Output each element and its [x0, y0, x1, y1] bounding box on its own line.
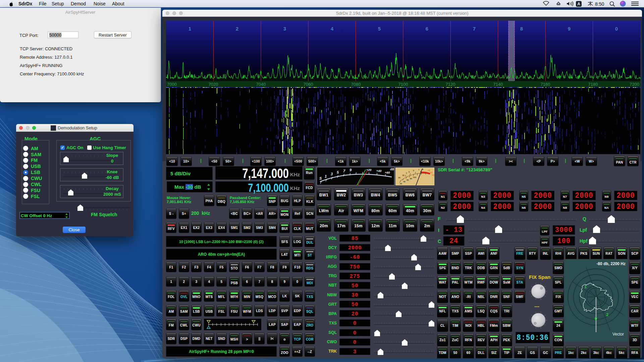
- svg-text:40: 40: [403, 181, 406, 183]
- svg-text:7020: 7020: [209, 82, 218, 87]
- svg-text:0: 0: [615, 26, 618, 32]
- svg-text:80: 80: [410, 178, 412, 180]
- svg-text:20: 20: [398, 177, 400, 179]
- svg-text:2: 2: [236, 26, 238, 32]
- svg-text:7100: 7100: [398, 82, 408, 87]
- svg-text:-80 db, 2200 Hz: -80 db, 2200 Hz: [596, 261, 626, 266]
- svg-text:A: A: [577, 2, 580, 6]
- svg-text:9: 9: [568, 26, 571, 32]
- svg-text:S: S: [319, 176, 322, 180]
- svg-text:3: 3: [331, 172, 333, 176]
- svg-text:0: 0: [595, 316, 597, 321]
- svg-text:8: 8: [520, 26, 523, 32]
- svg-text:7000: 7000: [167, 82, 177, 87]
- svg-text:3: 3: [283, 26, 286, 32]
- svg-text:100: 100: [413, 176, 417, 178]
- svg-text:7120: 7120: [446, 82, 455, 87]
- svg-text:+2: +2: [430, 171, 433, 174]
- svg-text:7040: 7040: [256, 82, 266, 87]
- svg-text:7200: 7200: [630, 82, 639, 87]
- svg-text:4: 4: [331, 26, 334, 32]
- svg-text:+40: +40: [376, 169, 381, 173]
- svg-text:20: 20: [400, 183, 402, 185]
- svg-text:7: 7: [343, 169, 345, 173]
- svg-text:5: 5: [337, 170, 339, 174]
- svg-text:7140: 7140: [493, 82, 503, 87]
- svg-text:+3: +3: [432, 174, 434, 176]
- svg-text:Vector: Vector: [612, 332, 624, 337]
- svg-text:7180: 7180: [588, 82, 598, 87]
- svg-text:7160: 7160: [541, 82, 550, 87]
- svg-text:7080: 7080: [351, 82, 361, 87]
- svg-text:1: 1: [189, 26, 191, 32]
- svg-text:9: 9: [350, 168, 352, 172]
- svg-text:7: 7: [473, 26, 476, 32]
- svg-text:+60: +60: [385, 171, 390, 174]
- svg-text:1: 1: [584, 284, 587, 289]
- svg-text:1: 1: [325, 174, 327, 178]
- svg-text:10: 10: [402, 174, 405, 176]
- svg-text:60: 60: [407, 179, 409, 181]
- svg-text:6: 6: [426, 26, 428, 32]
- svg-text:dB: dB: [390, 168, 394, 171]
- svg-text:2: 2: [606, 312, 608, 317]
- svg-text:7060: 7060: [304, 82, 313, 87]
- svg-text:8:50: 8:50: [595, 1, 604, 7]
- svg-text:5: 5: [378, 26, 381, 32]
